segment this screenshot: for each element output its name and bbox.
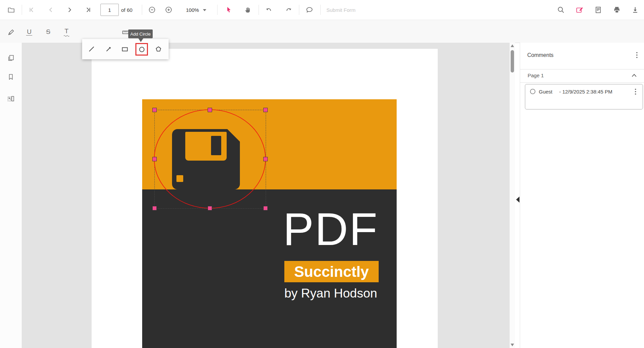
add-circle-button[interactable] xyxy=(135,43,148,56)
highlighter-icon xyxy=(7,28,15,36)
arrow-shape-icon xyxy=(105,45,113,53)
toolbar-separator xyxy=(22,5,22,15)
rectangle-shape-icon xyxy=(121,45,129,53)
divider xyxy=(520,82,644,83)
selection-tool-button[interactable] xyxy=(225,6,233,14)
hand-icon xyxy=(244,6,252,14)
add-arrow-button[interactable] xyxy=(105,45,113,53)
squiggly-tool-button[interactable]: T xyxy=(62,28,71,37)
toolbar-separator xyxy=(259,5,259,15)
toolbar-separator xyxy=(217,5,217,15)
organize-pages-icon xyxy=(7,94,15,102)
comment-menu-kebab-icon[interactable] xyxy=(634,88,637,96)
page-group-label: Page 1 xyxy=(528,73,544,78)
collapse-panel-arrow[interactable] xyxy=(516,197,519,203)
scrollbar-thumb[interactable] xyxy=(511,50,514,73)
zoom-out-icon xyxy=(148,6,156,14)
search-icon xyxy=(557,6,565,14)
page-group-row[interactable]: Page 1 xyxy=(520,69,644,82)
redo-icon xyxy=(285,6,293,14)
zoom-out-button[interactable] xyxy=(148,6,156,14)
bookmarks-panel-button[interactable] xyxy=(7,73,15,81)
zoom-in-icon xyxy=(165,6,173,14)
resize-handle-bottom-right[interactable] xyxy=(263,206,268,210)
chevron-down-icon xyxy=(203,9,206,11)
resize-handle-top-right[interactable] xyxy=(263,108,268,112)
comment-card[interactable]: Guest - 12/9/2025 2:38:45 PM xyxy=(525,84,643,109)
circle-shape-icon xyxy=(138,45,146,54)
download-icon xyxy=(631,6,639,14)
circle-annotation[interactable] xyxy=(153,109,266,209)
tooltip-text: Add Circle xyxy=(130,32,151,37)
viewer-scrollbar[interactable] xyxy=(510,43,515,348)
folder-icon xyxy=(7,6,15,14)
resize-handle-top-left[interactable] xyxy=(152,108,157,112)
cursor-arrow-icon xyxy=(225,6,233,14)
cover-title: PDF xyxy=(283,206,378,252)
comment-bubble-icon xyxy=(305,6,314,14)
annotation-edit-icon xyxy=(575,6,584,14)
pan-tool-button[interactable] xyxy=(244,6,252,14)
comment-author: Guest xyxy=(539,89,552,95)
strikethrough-tool-button[interactable]: S xyxy=(44,28,52,35)
circle-annotation-type-icon xyxy=(530,88,536,95)
zoom-in-button[interactable] xyxy=(165,6,173,14)
search-button[interactable] xyxy=(557,6,565,14)
left-sidebar xyxy=(0,43,22,348)
squiggly-glyph: T xyxy=(64,27,69,35)
print-button[interactable] xyxy=(613,6,621,14)
resize-handle-bottom-center[interactable] xyxy=(208,206,212,210)
download-button[interactable] xyxy=(631,6,639,14)
toolbar-separator xyxy=(320,5,321,15)
page-number-input[interactable] xyxy=(100,4,119,16)
tooltip: Add Circle xyxy=(128,29,153,38)
scroll-up-icon[interactable] xyxy=(511,44,514,47)
comments-panel-title: Comments xyxy=(527,52,553,58)
open-file-button[interactable] xyxy=(7,6,15,14)
toolbar-separator xyxy=(299,5,299,15)
add-comment-button[interactable] xyxy=(305,6,314,14)
bookmark-icon xyxy=(7,73,15,81)
resize-handle-bottom-left[interactable] xyxy=(152,206,157,210)
page-count-label: of 60 xyxy=(121,7,132,13)
print-icon xyxy=(613,6,621,14)
undo-button[interactable] xyxy=(265,6,273,14)
toolbar-separator xyxy=(142,5,142,15)
underline-tool-button[interactable]: U xyxy=(25,28,33,36)
strikethrough-glyph: S xyxy=(45,28,51,35)
organize-pages-button[interactable] xyxy=(594,6,602,14)
document-icon xyxy=(594,6,602,14)
highlight-tool-button[interactable] xyxy=(7,28,15,36)
cover-series: Succinctly xyxy=(294,263,369,280)
last-page-button[interactable] xyxy=(84,6,92,14)
organize-pages-panel-button[interactable] xyxy=(7,94,15,102)
top-toolbar: of 60 100% Submit Form xyxy=(0,0,644,20)
thumbnails-panel-button[interactable] xyxy=(7,54,15,62)
add-polygon-button[interactable] xyxy=(154,45,163,53)
cover-series-banner: Succinctly xyxy=(284,261,379,282)
next-page-icon xyxy=(65,6,74,14)
zoom-level-dropdown[interactable]: 100% xyxy=(186,5,210,15)
resize-handle-top-center[interactable] xyxy=(208,108,212,112)
zoom-level-value: 100% xyxy=(186,7,199,13)
next-page-button[interactable] xyxy=(65,6,74,14)
annotation-edit-button[interactable] xyxy=(575,6,584,14)
resize-handle-middle-left[interactable] xyxy=(152,157,157,161)
add-rectangle-button[interactable] xyxy=(121,45,129,53)
chevron-up-icon[interactable] xyxy=(631,73,637,78)
first-page-button[interactable] xyxy=(28,6,36,14)
thumbnails-icon xyxy=(7,54,15,62)
redo-button[interactable] xyxy=(285,6,293,14)
squiggle-icon xyxy=(63,35,70,37)
first-page-icon xyxy=(28,6,36,14)
comments-panel: Comments Page 1 Guest - 12/9/2025 2:38:4… xyxy=(520,43,644,348)
comments-menu-kebab-icon[interactable] xyxy=(636,52,638,59)
underline-glyph: U xyxy=(26,28,32,36)
add-line-button[interactable] xyxy=(88,45,96,53)
last-page-icon xyxy=(84,6,92,14)
pentagon-shape-icon xyxy=(154,45,163,53)
previous-page-button[interactable] xyxy=(47,6,55,14)
resize-handle-middle-right[interactable] xyxy=(263,157,268,161)
scroll-down-icon[interactable] xyxy=(511,344,514,346)
submit-form-button[interactable]: Submit Form xyxy=(326,7,356,13)
